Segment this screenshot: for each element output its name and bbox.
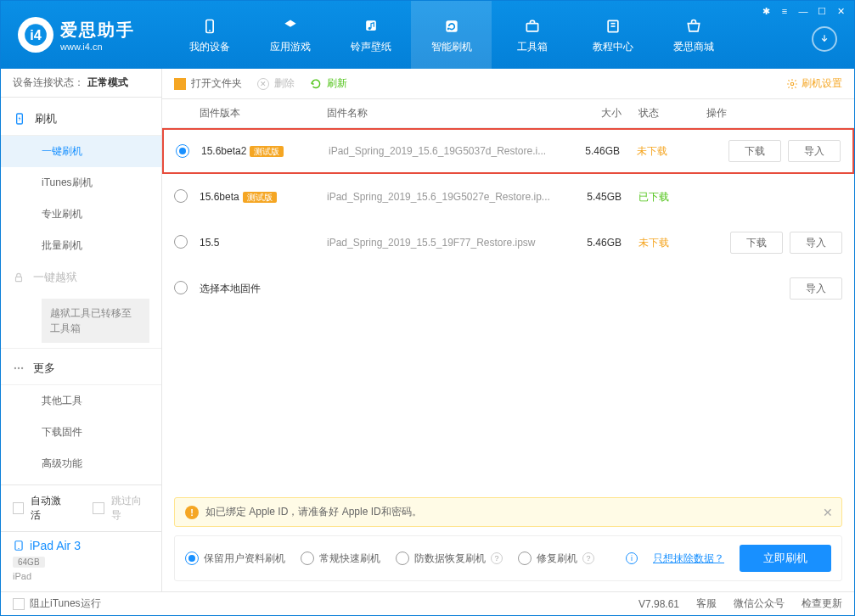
svg-rect-7 <box>526 23 537 31</box>
row-radio[interactable] <box>174 281 188 294</box>
radio-anti[interactable] <box>396 552 409 565</box>
folder-icon <box>174 78 186 90</box>
sidebar-item-pro[interactable]: 专业刷机 <box>1 199 161 230</box>
svg-point-18 <box>790 82 794 86</box>
minimize-icon[interactable]: — <box>795 4 812 18</box>
body: 设备连接状态： 正常模式 刷机 一键刷机 iTunes刷机 专业刷机 批量刷机 … <box>1 69 854 591</box>
download-button[interactable]: 下载 <box>728 140 781 162</box>
open-folder-button[interactable]: 打开文件夹 <box>174 76 242 91</box>
block-itunes-option[interactable]: 阻止iTunes运行 <box>13 596 101 611</box>
lock-icon <box>13 272 25 283</box>
refresh-button[interactable]: 刷新 <box>310 76 347 91</box>
erase-data-link[interactable]: 只想抹除数据？ <box>653 552 724 566</box>
store-icon <box>683 16 704 36</box>
flash-opt-keep-data[interactable]: 保留用户资料刷机 <box>185 552 285 566</box>
radio-keep[interactable] <box>185 552 199 565</box>
flash-settings-button[interactable]: 刷机设置 <box>786 76 842 91</box>
device-type: iPad <box>13 571 149 581</box>
app-logo-icon: i4 <box>18 17 53 53</box>
svg-rect-6 <box>446 20 457 31</box>
help-icon[interactable]: ? <box>582 552 594 564</box>
import-button[interactable]: 导入 <box>788 140 841 162</box>
download-button[interactable]: 下载 <box>730 232 783 254</box>
close-icon[interactable]: ✕ <box>832 4 849 18</box>
table-row[interactable]: 15.6beta2测试版 iPad_Spring_2019_15.6_19G50… <box>162 128 854 174</box>
connection-status: 设备连接状态： 正常模式 <box>1 69 161 98</box>
footer-wechat[interactable]: 微信公众号 <box>734 596 785 611</box>
table-row[interactable]: 15.5 iPad_Spring_2019_15.5_19F77_Restore… <box>162 220 854 266</box>
download-button[interactable] <box>812 26 837 52</box>
row-radio[interactable] <box>174 235 188 249</box>
skip-guide-checkbox[interactable] <box>93 502 104 514</box>
sidebar-item-advanced[interactable]: 高级功能 <box>1 448 161 479</box>
import-button[interactable]: 导入 <box>790 277 842 300</box>
radio-normal[interactable] <box>301 552 314 565</box>
nav-tab-device[interactable]: 我的设备 <box>169 1 250 69</box>
flash-opt-anti-recovery[interactable]: 防数据恢复刷机? <box>396 552 503 566</box>
radio-repair[interactable] <box>518 552 532 565</box>
notice-close-icon[interactable]: ✕ <box>823 506 833 519</box>
skin-icon[interactable]: ✱ <box>757 4 774 18</box>
nav-tab-ringtones[interactable]: 铃声壁纸 <box>330 1 411 69</box>
maximize-icon[interactable]: ☐ <box>813 4 830 18</box>
more-icon <box>13 362 25 374</box>
svg-point-13 <box>14 367 16 369</box>
refresh-icon <box>442 16 462 36</box>
sidebar-head-more: 更多 <box>1 348 161 385</box>
phone-icon <box>200 16 220 36</box>
table-row[interactable]: 15.6beta测试版 iPad_Spring_2019_15.6_19G502… <box>162 174 854 220</box>
svg-point-14 <box>18 367 20 369</box>
nav-tab-flash[interactable]: 智能刷机 <box>411 1 492 69</box>
footer: 阻止iTunes运行 V7.98.61 客服 微信公众号 检查更新 <box>1 591 854 615</box>
beta-badge: 测试版 <box>243 192 277 203</box>
flash-icon <box>13 112 26 126</box>
jailbreak-note: 越狱工具已转移至工具箱 <box>42 299 149 343</box>
col-header-action: 操作 <box>706 106 842 120</box>
svg-rect-12 <box>16 277 22 281</box>
col-header-status: 状态 <box>638 106 706 120</box>
block-itunes-checkbox[interactable] <box>13 598 25 610</box>
col-header-version: 固件版本 <box>200 106 327 120</box>
logo-text: 爱思助手 www.i4.cn <box>60 19 135 52</box>
col-header-name: 固件名称 <box>327 106 571 120</box>
delete-icon: ✕ <box>257 78 269 90</box>
footer-update[interactable]: 检查更新 <box>802 596 842 611</box>
option-row: 自动激活 跳过向导 <box>1 485 161 531</box>
book-icon <box>603 16 623 36</box>
reload-icon <box>310 78 322 90</box>
row-radio[interactable] <box>174 189 188 203</box>
flash-now-button[interactable]: 立即刷机 <box>740 545 831 572</box>
nav-tab-toolbox[interactable]: 工具箱 <box>492 1 572 69</box>
import-button[interactable]: 导入 <box>790 232 842 254</box>
toolbox-icon <box>522 16 543 36</box>
sidebar-item-one-click[interactable]: 一键刷机 <box>1 136 161 167</box>
device-name: iPad Air 3 <box>13 539 149 552</box>
info-icon[interactable]: i <box>626 552 638 564</box>
menu-icon[interactable]: ≡ <box>776 4 793 18</box>
sidebar-item-download-fw[interactable]: 下载固件 <box>1 417 161 448</box>
sidebar-item-other-tools[interactable]: 其他工具 <box>1 385 161 417</box>
notice-bar: ! 如已绑定 Apple ID，请准备好 Apple ID和密码。 ✕ <box>174 497 842 527</box>
device-info: iPad Air 3 64GB iPad <box>1 531 161 591</box>
sidebar-item-itunes[interactable]: iTunes刷机 <box>1 167 161 199</box>
sidebar-item-batch[interactable]: 批量刷机 <box>1 230 161 261</box>
auto-activate-checkbox[interactable] <box>13 502 24 514</box>
sidebar: 设备连接状态： 正常模式 刷机 一键刷机 iTunes刷机 专业刷机 批量刷机 … <box>1 69 162 591</box>
row-radio[interactable] <box>176 144 189 158</box>
nav-tab-tutorials[interactable]: 教程中心 <box>572 1 653 69</box>
delete-button[interactable]: ✕删除 <box>257 76 295 91</box>
toolbar: 打开文件夹 ✕删除 刷新 刷机设置 <box>162 69 854 99</box>
table-row-local[interactable]: 选择本地固件 导入 <box>162 266 854 311</box>
nav-tab-store[interactable]: 爱思商城 <box>653 1 734 69</box>
footer-service[interactable]: 客服 <box>696 596 717 611</box>
flash-opt-normal[interactable]: 常规快速刷机 <box>301 552 380 566</box>
apps-icon <box>280 16 301 36</box>
music-icon <box>361 16 381 36</box>
help-icon[interactable]: ? <box>491 552 503 564</box>
sidebar-group-flash: 刷机 一键刷机 iTunes刷机 专业刷机 批量刷机 一键越狱 越狱工具已转移至… <box>1 98 161 484</box>
nav-tab-apps[interactable]: 应用游戏 <box>250 1 330 69</box>
flash-opt-repair[interactable]: 修复刷机? <box>518 552 594 566</box>
tablet-icon <box>13 540 25 552</box>
app-header: i4 爱思助手 www.i4.cn 我的设备 应用游戏 铃声壁纸 智能刷机 工具… <box>1 1 854 69</box>
svg-point-15 <box>21 367 23 369</box>
